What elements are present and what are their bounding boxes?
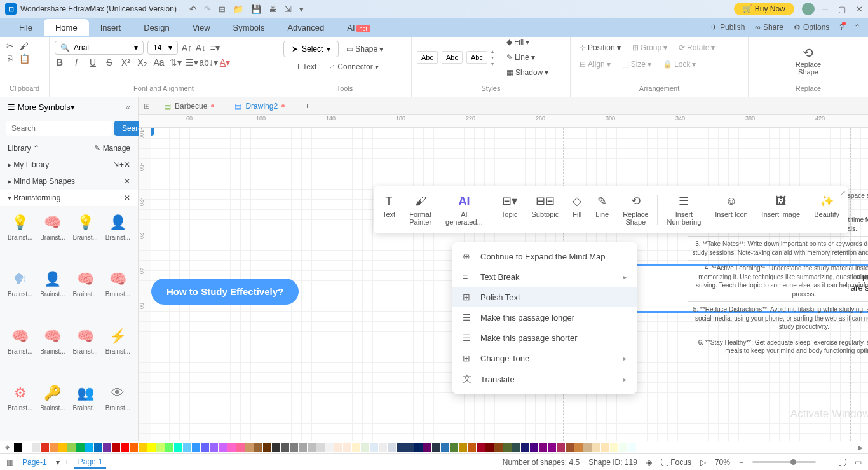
text-tool[interactable]: TText	[283, 60, 320, 74]
zoom-slider[interactable]	[752, 461, 816, 463]
color-swatch[interactable]	[521, 443, 529, 452]
ft-text[interactable]: TText	[376, 191, 402, 228]
color-swatch[interactable]	[14, 443, 22, 452]
color-swatch[interactable]	[67, 443, 76, 452]
rotate-button[interactable]: ⟳Rotate▾	[675, 41, 719, 55]
menu-symbols[interactable]: Symbols	[222, 19, 276, 36]
shape-item[interactable]: 👤Brainst...	[37, 268, 67, 322]
format-painter-icon[interactable]: 🖌	[19, 41, 29, 51]
shape-item[interactable]: 🧠Brainst...	[71, 325, 100, 379]
color-swatch[interactable]	[494, 443, 503, 452]
shape-item[interactable]: 🧠Brainst...	[37, 211, 67, 265]
brainstorming-section[interactable]: ▾ Brainstorming ✕	[0, 190, 138, 206]
cm-text-break[interactable]: ≡Text Break▸	[452, 266, 637, 287]
group-button[interactable]: ⊞Group▾	[628, 41, 671, 55]
export-lib-icon[interactable]: ⇲	[113, 160, 119, 169]
color-swatch[interactable]	[592, 443, 600, 452]
color-swatch[interactable]	[441, 443, 449, 452]
color-swatch[interactable]	[94, 443, 102, 452]
shape-item[interactable]: 🗣Brainst...	[5, 268, 35, 322]
color-swatch[interactable]	[503, 443, 512, 452]
color-swatch[interactable]	[308, 443, 316, 452]
color-swatch[interactable]	[450, 443, 458, 452]
color-swatch[interactable]	[139, 443, 147, 452]
shape-item[interactable]: 💡Brainst...	[71, 211, 100, 265]
zoom-out-icon[interactable]: −	[739, 458, 743, 467]
color-swatch[interactable]	[183, 443, 191, 452]
mindmap-shapes-section[interactable]: ▸ Mind Map Shapes ✕	[0, 173, 138, 190]
publish-button[interactable]: ✈Publish	[711, 23, 745, 32]
help-button[interactable]: ?	[839, 23, 844, 32]
cm-translate[interactable]: 文Translate▸	[452, 368, 637, 390]
color-swatch[interactable]	[23, 443, 31, 452]
underline-icon[interactable]: U	[88, 57, 98, 67]
color-swatch[interactable]	[50, 443, 58, 452]
mindmap-note[interactable]: 5. **Reduce Distractions**: Avoid multit…	[688, 302, 868, 335]
close-section-icon[interactable]: ✕	[124, 193, 130, 202]
collapse-ribbon-icon[interactable]: ⌃	[854, 23, 860, 32]
add-page-icon[interactable]: +	[65, 458, 69, 467]
color-swatch[interactable]	[219, 443, 227, 452]
menu-home[interactable]: Home	[44, 19, 89, 36]
subscript-icon[interactable]: X₂	[137, 57, 147, 67]
color-swatch[interactable]	[281, 443, 289, 452]
copy-icon[interactable]: ⎘	[5, 53, 15, 64]
color-swatch[interactable]	[103, 443, 111, 452]
tab-drawing2[interactable]: ▤Drawing2	[224, 99, 295, 113]
close-lib-icon[interactable]: ✕	[124, 160, 130, 169]
cm-continue-expand[interactable]: ⊕Continue to Expand the Mind Map	[452, 246, 637, 266]
color-swatch[interactable]	[263, 443, 271, 452]
page-tab-1b[interactable]: Page-1	[74, 456, 107, 469]
redo-icon[interactable]: ↷	[204, 4, 211, 14]
case-icon[interactable]: Aa	[154, 57, 164, 67]
ft-insert-image[interactable]: 🖼Insert image	[756, 191, 807, 228]
color-swatch[interactable]	[245, 443, 254, 452]
collapse-sidebar-icon[interactable]: «	[126, 102, 130, 112]
color-swatch[interactable]	[539, 443, 547, 452]
more-symbols-dropdown[interactable]: ☰ More Symbols▾	[8, 102, 75, 112]
ft-format-painter[interactable]: 🖌Format Painter	[403, 191, 438, 228]
cm-change-tone[interactable]: ⊞Change Tone▸	[452, 348, 637, 368]
replace-shape-button[interactable]: ⟲ Replace Shape	[790, 43, 826, 78]
user-avatar[interactable]	[802, 3, 815, 15]
color-swatch[interactable]	[201, 443, 209, 452]
ft-topic[interactable]: ⊟▾Topic	[495, 191, 524, 228]
connector-tool[interactable]: ⟋Connector▾	[324, 60, 382, 74]
qat-more-icon[interactable]: ▾	[299, 4, 304, 14]
lock-button[interactable]: 🔒Lock▾	[659, 57, 700, 71]
color-swatch[interactable]	[325, 443, 334, 452]
color-swatch[interactable]	[352, 443, 360, 452]
shape-item[interactable]: ⚡Brainst...	[103, 325, 133, 379]
align-button[interactable]: ⊟Align▾	[576, 57, 614, 71]
fit-page-icon[interactable]: ⛶	[838, 458, 846, 467]
mindmap-note[interactable]: 6. **Stay Healthy**: Get adequate sleep,…	[688, 335, 868, 359]
ft-replace-shape[interactable]: ⟲Replace Shape	[616, 191, 654, 228]
shape-item[interactable]: 🧠Brainst...	[5, 325, 35, 379]
mindmap-note[interactable]: 4. **Active Learning**: Understand the s…	[688, 261, 868, 302]
page-down-icon[interactable]: ▾	[56, 458, 60, 467]
close-section-icon[interactable]: ✕	[124, 177, 130, 186]
ft-ai-generated[interactable]: AIAI generated...	[439, 191, 489, 228]
print-icon[interactable]: 🖶	[269, 4, 277, 14]
maximize-button[interactable]: ▢	[838, 4, 846, 14]
fill-button[interactable]: ◆Fill▾	[503, 35, 552, 49]
color-swatch[interactable]	[227, 443, 236, 452]
color-swatch[interactable]	[628, 443, 636, 452]
save-icon[interactable]: 💾	[251, 4, 261, 14]
color-swatch[interactable]	[397, 443, 405, 452]
line-spacing-icon[interactable]: ⇅▾	[170, 57, 180, 67]
ft-subtopic[interactable]: ⊟⊟Subtopic	[525, 191, 565, 228]
color-swatch[interactable]	[58, 443, 67, 452]
focus-mode[interactable]: ⛶ Focus	[661, 458, 691, 467]
palette-more-icon[interactable]: ▸	[858, 441, 863, 453]
shape-item[interactable]: 👤Brainst...	[103, 211, 133, 265]
close-toolbar-icon[interactable]: ⤢	[840, 189, 846, 197]
menu-file[interactable]: File	[8, 19, 44, 36]
undo-icon[interactable]: ↶	[189, 4, 196, 14]
position-button[interactable]: ⊹Position▾	[576, 41, 625, 55]
bold-icon[interactable]: B	[55, 57, 65, 67]
canvas[interactable]: How to Study Effectively? ic pursuits, t…	[139, 128, 868, 441]
color-swatch[interactable]	[147, 443, 156, 452]
export-icon[interactable]: ⇲	[285, 4, 292, 14]
color-swatch[interactable]	[165, 443, 173, 452]
